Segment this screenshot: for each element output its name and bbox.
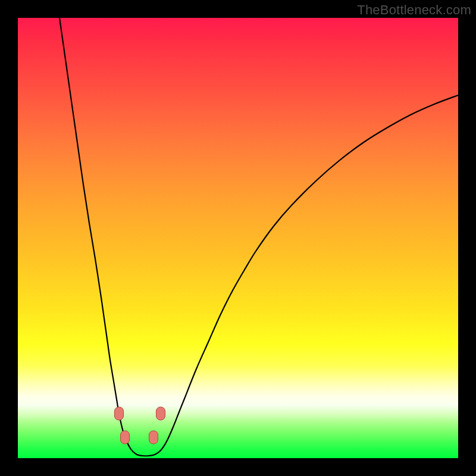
- attribution-label: TheBottleneck.com: [357, 2, 471, 18]
- bottleneck-chart: [18, 18, 458, 458]
- minimum-marker: [115, 407, 124, 420]
- minimum-marker: [149, 431, 158, 444]
- minimum-marker: [156, 407, 165, 420]
- minimum-marker: [121, 431, 130, 444]
- bottleneck-curve: [60, 18, 458, 456]
